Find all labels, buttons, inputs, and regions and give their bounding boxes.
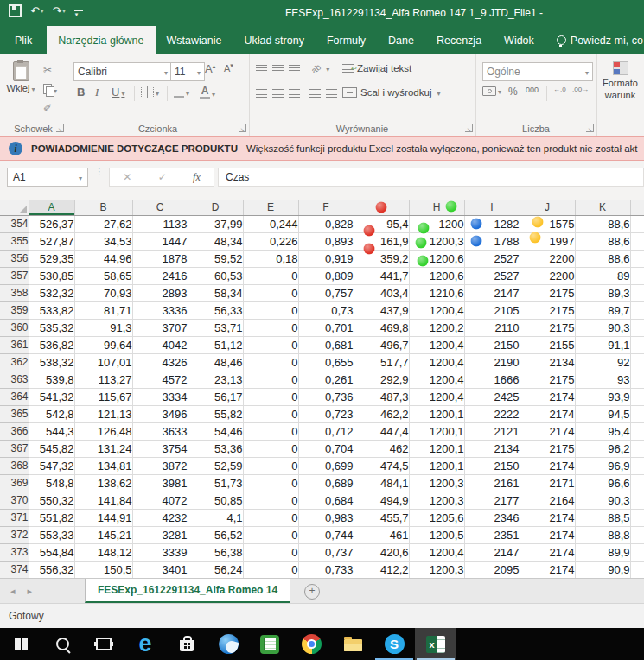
cell[interactable]: 0 bbox=[243, 301, 298, 319]
cell[interactable]: 3633 bbox=[132, 422, 188, 440]
cell[interactable]: 1200 bbox=[409, 215, 464, 232]
cell[interactable]: 2177 bbox=[464, 492, 520, 509]
cell[interactable]: 1200,3 bbox=[409, 474, 464, 492]
fill-color-button[interactable] bbox=[174, 86, 189, 98]
row-header[interactable]: 354 bbox=[0, 215, 29, 232]
tab-układ-strony[interactable]: Układ strony bbox=[233, 26, 315, 54]
cell[interactable]: 2200 bbox=[520, 250, 575, 267]
cell[interactable]: 27,62 bbox=[74, 215, 132, 232]
row-header[interactable]: 370 bbox=[0, 492, 29, 509]
cell[interactable]: 3707 bbox=[132, 319, 188, 336]
cell[interactable]: 88,6 bbox=[575, 232, 630, 250]
row-header[interactable]: 374 bbox=[0, 561, 29, 578]
cell[interactable]: 0 bbox=[243, 526, 298, 543]
cell[interactable]: 0,809 bbox=[298, 267, 354, 284]
taskbar-skype-button[interactable]: S bbox=[373, 628, 415, 660]
cell[interactable]: 2175 bbox=[520, 440, 575, 457]
cell[interactable] bbox=[630, 232, 644, 250]
cell[interactable] bbox=[630, 474, 644, 492]
row-header[interactable]: 363 bbox=[0, 371, 29, 388]
cell[interactable]: 51,73 bbox=[188, 474, 243, 492]
cell[interactable] bbox=[630, 457, 644, 474]
cell[interactable] bbox=[630, 284, 644, 301]
active-sheet-tab[interactable]: FESExp_1612291134_Alfa Romeo 14 bbox=[85, 579, 290, 603]
cell[interactable]: 0 bbox=[243, 474, 298, 492]
cell[interactable]: 90,3 bbox=[575, 319, 630, 336]
shrink-font-button[interactable]: A▾ bbox=[224, 62, 233, 73]
cell[interactable]: 469,8 bbox=[354, 319, 409, 336]
cell[interactable]: 1200,4 bbox=[409, 301, 464, 319]
cell[interactable]: 48,34 bbox=[188, 232, 243, 250]
increase-decimal-button[interactable]: ←,0 bbox=[553, 86, 566, 93]
cell[interactable]: 2174 bbox=[520, 388, 575, 405]
cell[interactable]: 1200,5 bbox=[409, 526, 464, 543]
cell[interactable]: 2222 bbox=[464, 405, 520, 422]
cell[interactable] bbox=[630, 371, 644, 388]
column-header-K[interactable]: K bbox=[575, 200, 630, 215]
cell[interactable]: 487,3 bbox=[354, 388, 409, 405]
cell[interactable]: 550,32 bbox=[29, 492, 74, 509]
cell[interactable]: 517,7 bbox=[354, 353, 409, 371]
cell[interactable]: 2147 bbox=[464, 543, 520, 561]
cell[interactable]: 2351 bbox=[464, 526, 520, 543]
formula-bar-splitter[interactable]: ⋮ bbox=[95, 169, 104, 174]
cell[interactable]: 2200 bbox=[520, 267, 575, 284]
cell[interactable]: 0 bbox=[243, 457, 298, 474]
cell[interactable] bbox=[630, 215, 644, 232]
copy-button[interactable] bbox=[43, 81, 64, 97]
next-sheet-button[interactable]: ▸ bbox=[28, 586, 45, 596]
enter-icon[interactable]: ✓ bbox=[158, 171, 167, 183]
row-header[interactable]: 364 bbox=[0, 388, 29, 405]
row-header[interactable]: 361 bbox=[0, 336, 29, 353]
cancel-icon[interactable]: ✕ bbox=[123, 171, 131, 183]
cell[interactable]: 0,18 bbox=[243, 250, 298, 267]
cell[interactable]: 2175 bbox=[520, 319, 575, 336]
taskbar-chrome-button[interactable] bbox=[290, 628, 332, 660]
cell[interactable]: 1788 bbox=[464, 232, 520, 250]
orientation-button[interactable]: ab bbox=[311, 63, 329, 73]
cell[interactable]: 121,13 bbox=[74, 405, 132, 422]
taskbar-thunderbird-button[interactable] bbox=[207, 628, 249, 660]
underline-button[interactable]: U bbox=[112, 86, 124, 98]
cell[interactable]: 4326 bbox=[132, 353, 188, 371]
cell[interactable]: 0 bbox=[243, 336, 298, 353]
cell[interactable]: 2346 bbox=[464, 509, 520, 526]
cell[interactable]: 484,1 bbox=[354, 474, 409, 492]
cell[interactable]: 1200,3 bbox=[409, 492, 464, 509]
column-header[interactable] bbox=[630, 200, 644, 215]
cell[interactable]: 0 bbox=[243, 543, 298, 561]
cell[interactable]: 1282 bbox=[464, 215, 520, 232]
cell[interactable]: 0,244 bbox=[243, 215, 298, 232]
cell[interactable]: 2105 bbox=[464, 301, 520, 319]
cell[interactable] bbox=[630, 509, 644, 526]
cell[interactable]: 138,62 bbox=[74, 474, 132, 492]
cell[interactable]: 96,2 bbox=[575, 440, 630, 457]
align-right-icon[interactable] bbox=[289, 89, 300, 98]
row-header[interactable]: 359 bbox=[0, 301, 29, 319]
cell[interactable]: 91,1 bbox=[575, 336, 630, 353]
cell[interactable]: 51,12 bbox=[188, 336, 243, 353]
cell[interactable]: 545,82 bbox=[29, 440, 74, 457]
italic-button[interactable]: I bbox=[95, 86, 99, 99]
align-center-icon[interactable] bbox=[272, 89, 284, 98]
row-header[interactable]: 357 bbox=[0, 267, 29, 284]
taskbar-notes-button[interactable] bbox=[249, 628, 290, 660]
align-left-icon[interactable] bbox=[256, 89, 267, 98]
cell[interactable]: 1210,6 bbox=[409, 284, 464, 301]
cell[interactable]: 547,32 bbox=[29, 457, 74, 474]
tab-recenzja[interactable]: Recenzja bbox=[425, 26, 493, 54]
accounting-format-button[interactable] bbox=[482, 86, 501, 96]
cell[interactable]: 0,828 bbox=[298, 215, 354, 232]
column-header-A[interactable]: A bbox=[29, 200, 74, 215]
tab-dane[interactable]: Dane bbox=[377, 26, 425, 54]
cell[interactable]: 3336 bbox=[132, 301, 188, 319]
cell[interactable]: 93 bbox=[575, 371, 630, 388]
cell[interactable]: 536,82 bbox=[29, 336, 74, 353]
insert-function-icon[interactable]: fx bbox=[193, 171, 201, 184]
format-painter-button[interactable]: ✐ bbox=[43, 100, 64, 116]
row-header[interactable]: 356 bbox=[0, 250, 29, 267]
cell[interactable]: 3981 bbox=[132, 474, 188, 492]
cell[interactable]: 1200,4 bbox=[409, 353, 464, 371]
cell[interactable]: 148,12 bbox=[74, 543, 132, 561]
merge-center-button[interactable]: Scal i wyśrodkuj bbox=[342, 87, 440, 98]
